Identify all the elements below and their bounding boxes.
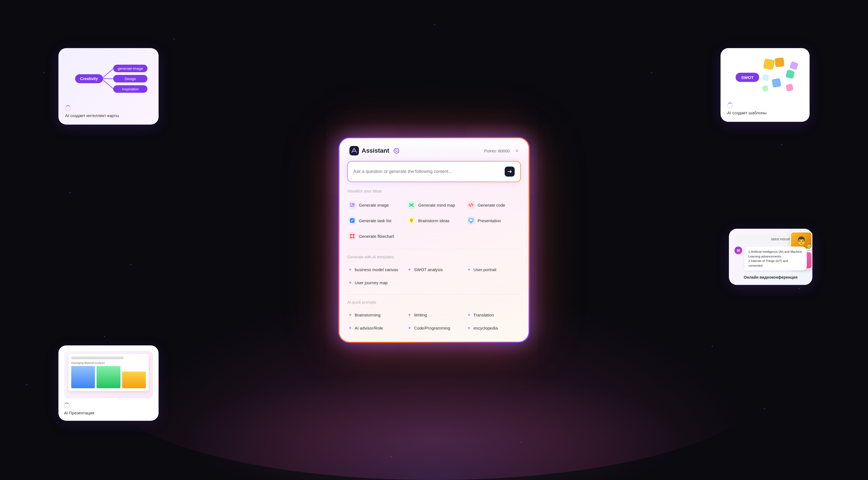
presentation-slide: Packaging Material Analysis <box>68 354 149 391</box>
assistant-panel-outer: Assistant Points: 80000 × <box>338 137 530 343</box>
mindmap-branches: generate-image Design Inspiration <box>113 65 148 93</box>
feature-presentation[interactable]: Presentation <box>464 213 523 228</box>
assistant-panel-wrapper: Assistant Points: 80000 × <box>338 137 530 343</box>
mindmap-loading <box>65 105 152 111</box>
svg-point-19 <box>410 219 413 222</box>
template-swot-label: SWOT analysis <box>414 267 443 272</box>
close-button[interactable]: × <box>515 148 519 154</box>
sparkle-icon-9: ✦ <box>408 325 411 331</box>
points-close-area: Points: 80000 × <box>484 148 519 154</box>
svg-line-5 <box>397 151 398 152</box>
feature-generate-task-list[interactable]: Generate task list <box>345 213 404 228</box>
feature-generate-image[interactable]: Generate image <box>345 198 404 212</box>
chat-bubble-ai: 1.Artificial intelligence (AI) and Machi… <box>744 247 807 272</box>
presentation-card: Packaging Material Analysis AI Презентац… <box>58 345 159 421</box>
prompt-brainstorming[interactable]: ✦ Brainstorming <box>345 309 404 321</box>
feature-generate-flowchart[interactable]: Generate flowchart <box>345 229 404 243</box>
mindmap-viz: Creativity generate-image Design Inspira… <box>69 58 148 100</box>
generate-flowchart-label: Generate flowchart <box>359 234 394 238</box>
prompt-encyclopedia-label: encyclopedia <box>473 326 498 330</box>
svg-line-22 <box>412 219 413 219</box>
template-business-model[interactable]: ✦ business model canvas <box>345 264 404 276</box>
send-button[interactable] <box>505 167 515 177</box>
pres-spinner <box>64 403 69 408</box>
prompt-writing-label: Writing <box>414 313 427 317</box>
search-input-wrapper[interactable] <box>347 161 521 182</box>
generate-image-icon <box>348 201 356 209</box>
video-conference-card: 👨 👩 latest industry trends. M 1.Artifici… <box>729 229 812 285</box>
presentation-icon <box>467 217 475 224</box>
slide-title-bar <box>71 356 124 359</box>
flowchart-icon-svg <box>350 234 355 238</box>
svg-line-23 <box>410 219 410 219</box>
prompt-translation[interactable]: ✦ Translation <box>464 309 523 321</box>
prompt-translation-label: Translation <box>473 313 494 317</box>
generate-code-label: Generate code <box>478 203 505 207</box>
mindmap-center-node: Creativity <box>75 74 103 83</box>
svg-point-30 <box>350 237 352 238</box>
feature-generate-code[interactable]: Generate code <box>464 198 523 212</box>
svg-rect-25 <box>469 219 473 221</box>
pres-loading <box>64 403 153 408</box>
video-chat-area: 👨 👩 latest industry trends. M 1.Artifici… <box>735 234 807 272</box>
prompts-section-title: AI quick prompts <box>339 300 529 309</box>
template-user-journey[interactable]: ✦ User journey map <box>345 277 404 289</box>
feature-generate-mind-map[interactable]: Generate mind map <box>404 198 464 212</box>
mindmap-card-label: AI создает интеллект-карты <box>65 113 152 118</box>
code-icon-svg <box>468 202 473 207</box>
mindmap-card: Creativity generate-image Design Inspira… <box>58 48 159 125</box>
slide-bar-2 <box>96 366 120 388</box>
svg-point-31 <box>353 237 354 238</box>
template-swot-analysis[interactable]: ✦ SWOT analysis <box>404 264 464 276</box>
sparkle-icon-3: ✦ <box>467 267 471 272</box>
svg-rect-3 <box>349 146 359 156</box>
prompt-code-programming-label: Code/Programming <box>414 326 450 330</box>
prompt-encyclopedia[interactable]: ✦ encyclopedia <box>464 322 523 334</box>
task-list-icon-svg <box>350 218 355 223</box>
prompt-code-programming[interactable]: ✦ Code/Programming <box>404 322 464 334</box>
prompt-ai-advisor[interactable]: ✦ AI advisor/Role <box>345 322 404 334</box>
search-icon-svg <box>395 149 398 152</box>
generate-image-label: Generate image <box>359 203 389 207</box>
points-display: Points: 80000 <box>484 149 510 153</box>
mindmap-node-design: Design <box>113 75 148 83</box>
swot-visualization: SWOT <box>727 57 803 98</box>
code-icon <box>467 201 475 209</box>
chat-text-1: 1.Artificial intelligence (AI) and Machi… <box>748 250 802 258</box>
mind-map-icon <box>408 201 415 209</box>
assistant-logo-area: Assistant <box>349 146 399 156</box>
slide-bar-3 <box>122 372 146 388</box>
presentation-label: Presentation <box>478 218 501 223</box>
visualize-feature-grid: Generate image <box>339 198 529 249</box>
svg-point-4 <box>395 150 397 152</box>
templates-section-title: Generate with AI templates <box>339 255 529 264</box>
assistant-search-icon[interactable] <box>394 148 399 154</box>
online-indicator-1 <box>808 245 810 248</box>
svg-line-13 <box>410 204 411 205</box>
video-card-label: Онлайн видеоконференция <box>735 275 807 280</box>
presentation-card-label: AI Презентация <box>64 411 153 415</box>
prompt-ai-advisor-label: AI advisor/Role <box>355 326 383 330</box>
mind-map-icon-svg <box>409 202 414 207</box>
template-user-portrait[interactable]: ✦ User portrait <box>464 264 523 276</box>
main-search-input[interactable] <box>353 169 501 174</box>
prompt-writing[interactable]: ✦ Writing <box>404 309 464 321</box>
template-user-portrait-label: User portrait <box>473 267 497 272</box>
brainstorm-icon-svg <box>409 218 414 223</box>
svg-line-15 <box>410 205 411 206</box>
search-area <box>339 161 529 189</box>
svg-rect-20 <box>411 222 412 222</box>
feature-brainstorm-ideas[interactable]: Brainstorm ideas <box>404 213 464 228</box>
assistant-panel: Assistant Points: 80000 × <box>339 138 529 342</box>
image-icon-svg <box>350 202 355 207</box>
mindmap-node-inspiration: Inspiration <box>113 85 148 93</box>
svg-point-28 <box>350 234 352 235</box>
divider-2 <box>347 294 521 294</box>
chat-row-ai: M 1.Artificial intelligence (AI) and Mac… <box>735 247 807 272</box>
task-list-icon <box>348 217 356 224</box>
svg-point-29 <box>353 234 354 235</box>
sparkle-icon-4: ✦ <box>348 280 352 285</box>
sparkle-icon-7: ✦ <box>467 312 471 318</box>
slide-subtitle: Packaging Material Analysis <box>71 361 146 364</box>
presentation-icon-svg <box>468 218 473 223</box>
